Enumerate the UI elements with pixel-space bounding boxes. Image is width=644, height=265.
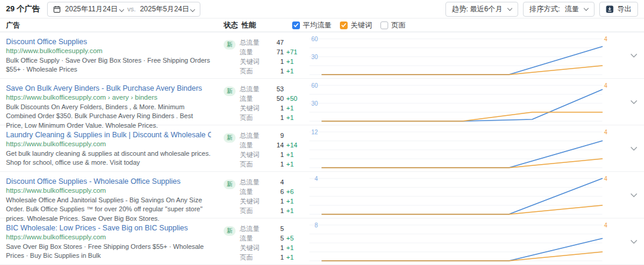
metric-value: 1 bbox=[268, 206, 284, 215]
metric-label: 页面 bbox=[240, 206, 268, 215]
metric-value: 71 bbox=[268, 47, 284, 57]
metric-label: 总流量 bbox=[240, 38, 268, 47]
metric-value: 1 bbox=[268, 159, 284, 169]
metric-change: +5 bbox=[286, 233, 294, 243]
status-cell: 新 bbox=[215, 79, 240, 125]
metric-label: 流量 bbox=[240, 187, 268, 196]
series-toggle-label: 关键词 bbox=[351, 20, 372, 30]
metric-value: 5 bbox=[268, 224, 284, 233]
export-download-icon bbox=[606, 5, 614, 13]
metric-value: 6 bbox=[268, 187, 284, 196]
trend-chart-cell: 84 bbox=[301, 218, 623, 264]
chevron-down-icon bbox=[190, 7, 195, 11]
metric-pages: 页面 1 +1 bbox=[240, 66, 301, 76]
series-toggle[interactable]: 关键词 bbox=[340, 20, 372, 30]
metric-change: +1 bbox=[286, 252, 294, 262]
performance-metrics: 总流量 4 流量 6 +6 关键词 1 +1 页面 1 +1 bbox=[240, 172, 301, 218]
ad-url[interactable]: https://www.bulkofficesupply.com bbox=[6, 140, 211, 147]
performance-metrics: 总流量 47 流量 71 +71 关键词 1 +1 页面 1 +1 bbox=[240, 32, 301, 78]
ad-description: Get bulk laundry cleaning & supplies at … bbox=[6, 149, 211, 168]
metric-traffic: 流量 50 +50 bbox=[240, 94, 301, 103]
metric-value: 1 bbox=[268, 243, 284, 252]
ad-url[interactable]: https://www.bulkofficesupply.com › avery… bbox=[6, 94, 211, 101]
trend-sparkline: 84 bbox=[301, 220, 623, 264]
date-to-select[interactable]: 2025年5月24日 bbox=[140, 4, 195, 14]
metric-value: 1 bbox=[268, 66, 284, 76]
ads-list: Discount Office Supplies http://www.bulk… bbox=[0, 32, 644, 265]
expand-row-button[interactable] bbox=[623, 218, 644, 264]
ad-row: BIC Wholesale: Low Prices - Save Big on … bbox=[0, 218, 644, 265]
metric-label: 关键词 bbox=[240, 243, 268, 252]
trend-sparkline: 124 bbox=[301, 127, 623, 171]
date-from-select[interactable]: 2025年11月24日 bbox=[65, 4, 123, 14]
chevron-down-icon bbox=[507, 5, 512, 10]
metric-label: 流量 bbox=[240, 233, 268, 243]
export-button[interactable]: 导出 bbox=[599, 2, 638, 17]
ad-snippet: Save On Bulk Avery Binders - Bulk Purcha… bbox=[0, 79, 215, 125]
performance-metrics: 总流量 53 流量 50 +50 关键词 1 +1 页面 1 +1 bbox=[240, 79, 301, 125]
ads-report-panel: 29 个广告 2025年11月24日 vs. 2025年5月24日 趋势:最近6… bbox=[0, 0, 644, 265]
ads-count: 29 个广告 bbox=[6, 4, 40, 14]
series-toggle-label: 平均流量 bbox=[303, 20, 332, 30]
metric-change: +1 bbox=[286, 66, 294, 76]
date-range-picker[interactable]: 2025年11月24日 vs. 2025年5月24日 bbox=[47, 2, 200, 17]
ad-title-link[interactable]: Laundry Cleaning & Supplies in Bulk | Di… bbox=[6, 131, 211, 139]
svg-text:4: 4 bbox=[604, 82, 608, 89]
expand-row-button[interactable] bbox=[623, 172, 644, 218]
ad-snippet: Discount Office Supplies http://www.bulk… bbox=[0, 32, 215, 78]
export-button-label: 导出 bbox=[617, 4, 631, 14]
metric-change: +6 bbox=[286, 187, 294, 196]
ad-row: Discount Office Supplies - Wholesale Off… bbox=[0, 172, 644, 218]
checkbox-icon[interactable] bbox=[292, 21, 300, 29]
metric-label: 页面 bbox=[240, 252, 268, 262]
metric-keywords: 关键词 1 +1 bbox=[240, 196, 301, 206]
chevron-down-icon bbox=[630, 193, 637, 198]
column-header-ad: 广告 bbox=[0, 20, 215, 30]
svg-text:4: 4 bbox=[314, 175, 318, 182]
sort-by-select[interactable]: 排序方式:流量 bbox=[523, 2, 595, 17]
ad-url[interactable]: https://www.bulkofficesupply.com bbox=[6, 187, 211, 194]
ad-row: Save On Bulk Avery Binders - Bulk Purcha… bbox=[0, 79, 644, 125]
ad-url[interactable]: http://www.bulkofficesupply.com bbox=[6, 47, 211, 54]
trend-chart-cell: 124 bbox=[301, 125, 623, 171]
metric-label: 流量 bbox=[240, 94, 268, 103]
ad-title-link[interactable]: BIC Wholesale: Low Prices - Save Big on … bbox=[6, 224, 211, 232]
chevron-down-icon bbox=[630, 146, 637, 151]
expand-row-button[interactable] bbox=[623, 125, 644, 171]
metric-value: 9 bbox=[268, 131, 284, 140]
ad-url[interactable]: https://www.bulkofficesupply.com bbox=[6, 233, 211, 241]
expand-row-button[interactable] bbox=[623, 79, 644, 125]
sort-value: 流量 bbox=[565, 4, 579, 14]
series-toggle[interactable]: 页面 bbox=[380, 20, 405, 30]
trend-chart-cell: 44 bbox=[301, 172, 623, 218]
trend-range-select[interactable]: 趋势:最近6个月 bbox=[445, 2, 518, 17]
trend-sparkline: 44 bbox=[301, 174, 623, 218]
metric-traffic: 流量 5 +5 bbox=[240, 233, 301, 243]
svg-text:30: 30 bbox=[311, 54, 318, 60]
calendar-icon bbox=[53, 5, 61, 13]
trend-label: 趋势: bbox=[452, 4, 468, 14]
ad-title-link[interactable]: Discount Office Supplies - Wholesale Off… bbox=[6, 177, 211, 186]
metric-label: 关键词 bbox=[240, 103, 268, 113]
metric-total-traffic: 总流量 5 bbox=[240, 224, 301, 233]
ad-title-link[interactable]: Save On Bulk Avery Binders - Bulk Purcha… bbox=[6, 84, 211, 93]
chevron-down-icon bbox=[119, 7, 123, 11]
table-header: 广告 状态 性能 平均流量 关键词 页面 bbox=[0, 19, 644, 32]
vs-label: vs. bbox=[128, 5, 136, 13]
ad-title-link[interactable]: Discount Office Supplies bbox=[6, 38, 211, 46]
series-toggle[interactable]: 平均流量 bbox=[292, 20, 332, 30]
metric-pages: 页面 1 +1 bbox=[240, 159, 301, 169]
chevron-down-icon bbox=[630, 53, 637, 58]
status-cell: 新 bbox=[215, 218, 240, 264]
metric-value: 50 bbox=[268, 94, 284, 103]
status-badge-new: 新 bbox=[224, 133, 236, 143]
ad-description: Save Over Big Box Stores · Free Shipping… bbox=[6, 242, 211, 261]
trend-sparkline: 60304 bbox=[301, 81, 623, 125]
column-header-status: 状态 bbox=[215, 20, 240, 30]
metric-change: +1 bbox=[286, 206, 294, 215]
svg-text:60: 60 bbox=[311, 36, 318, 42]
checkbox-icon[interactable] bbox=[340, 21, 348, 29]
checkbox-icon[interactable] bbox=[380, 21, 388, 29]
expand-row-button[interactable] bbox=[623, 32, 644, 78]
metric-label: 流量 bbox=[240, 140, 268, 150]
